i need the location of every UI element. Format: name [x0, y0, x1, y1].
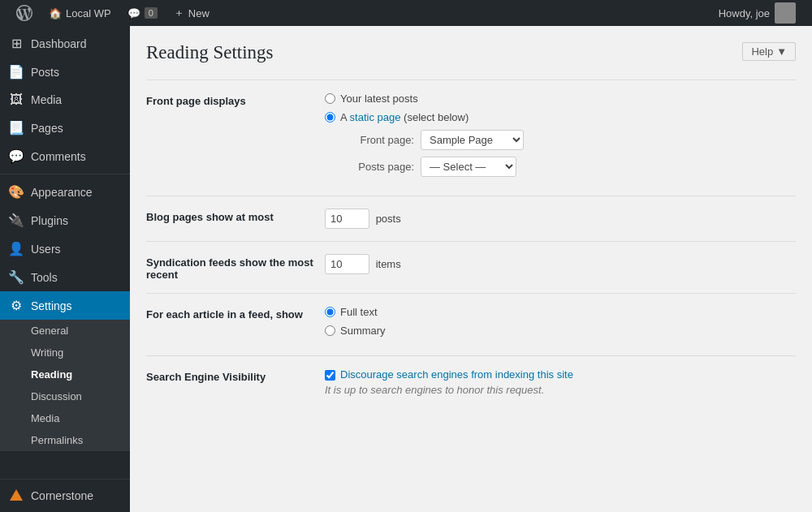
sidebar-item-users[interactable]: 👤 Users: [0, 234, 130, 263]
cornerstone-label: Cornerstone: [31, 489, 93, 502]
settings-icon: ⚙: [8, 298, 24, 313]
sidebar-label-pages: Pages: [31, 122, 63, 135]
posts-page-select[interactable]: — Select —: [421, 157, 516, 177]
help-label: Help: [751, 45, 773, 58]
submenu-item-permalinks[interactable]: Permalinks: [0, 429, 130, 451]
howdy-text: Howdy, joe: [719, 7, 770, 19]
feed-article-row: For each article in a feed, show Full te…: [146, 293, 796, 355]
settings-form: Front page displays Your latest posts A …: [146, 80, 796, 408]
sidebar-item-settings[interactable]: ⚙ Settings: [0, 291, 130, 320]
seo-checkbox-row: Discourage search engines from indexing …: [325, 368, 796, 381]
page-title: Reading Settings: [146, 42, 796, 63]
blog-pages-input[interactable]: [325, 209, 369, 229]
sidebar-label-plugins: Plugins: [31, 214, 68, 227]
search-engine-control: Discourage search engines from indexing …: [325, 368, 796, 396]
sidebar-item-comments[interactable]: 💬 Comments: [0, 142, 130, 170]
site-name-label: Local WP: [66, 7, 111, 19]
sidebar-item-pages[interactable]: 📃 Pages: [0, 114, 130, 142]
seo-checkbox[interactable]: [325, 370, 335, 381]
admin-bar: 🏠 Local WP 💬 0 ＋ New Howdy, joe: [0, 0, 812, 26]
sidebar-label-settings: Settings: [31, 299, 72, 312]
new-content-button[interactable]: ＋ New: [166, 0, 218, 26]
tools-icon: 🔧: [8, 269, 24, 285]
help-arrow-icon: ▼: [776, 45, 787, 58]
static-page-option: A static page (select below): [325, 111, 796, 123]
comments-count: 0: [145, 7, 158, 19]
sidebar-label-dashboard: Dashboard: [31, 37, 87, 50]
posts-page-select-label: Posts page:: [341, 161, 414, 173]
submenu-item-writing[interactable]: Writing: [0, 342, 130, 364]
settings-submenu: General Writing Reading Discussion Media: [0, 320, 130, 451]
main-layout: ⊞ Dashboard 📄 Posts 🖼 Media 📃 Pages: [0, 26, 812, 512]
sidebar: ⊞ Dashboard 📄 Posts 🖼 Media 📃 Pages: [0, 26, 130, 512]
static-page-radio[interactable]: [325, 112, 335, 123]
summary-label[interactable]: Summary: [340, 325, 386, 337]
sidebar-label-tools: Tools: [31, 271, 58, 284]
sidebar-label-media: Media: [31, 93, 62, 106]
submenu-item-general[interactable]: General: [0, 320, 130, 342]
submenu-label-writing: Writing: [31, 346, 63, 359]
syndication-feeds-row: Syndication feeds show the most recent i…: [146, 241, 796, 293]
help-button[interactable]: Help ▼: [742, 42, 796, 61]
summary-option: Summary: [325, 325, 796, 337]
posts-unit-label: posts: [376, 213, 401, 225]
latest-posts-radio-label[interactable]: Your latest posts: [340, 93, 418, 105]
seo-checkbox-label[interactable]: Discourage search engines from indexing …: [340, 368, 573, 381]
front-page-control: Your latest posts A static page (select …: [325, 93, 796, 183]
users-icon: 👤: [8, 241, 24, 256]
sidebar-label-users: Users: [31, 243, 61, 256]
appearance-icon: 🎨: [8, 184, 24, 200]
full-text-option: Full text: [325, 306, 796, 318]
site-name-button[interactable]: 🏠 Local WP: [41, 0, 119, 26]
submenu-item-discussion[interactable]: Discussion: [0, 385, 130, 407]
submenu-label-discussion: Discussion: [31, 390, 82, 402]
sidebar-item-appearance[interactable]: 🎨 Appearance: [0, 178, 130, 206]
comments-button[interactable]: 💬 0: [119, 0, 166, 26]
static-page-link[interactable]: static page: [350, 111, 401, 123]
submenu-label-general: General: [31, 325, 68, 337]
content-area: Reading Settings Help ▼ Front page displ…: [130, 26, 812, 512]
syndication-control: items: [325, 254, 796, 274]
static-page-radio-label[interactable]: A static page (select below): [340, 111, 469, 123]
pages-icon: 📃: [8, 120, 24, 136]
sidebar-label-comments: Comments: [31, 150, 86, 163]
front-page-displays-row: Front page displays Your latest posts A …: [146, 80, 796, 196]
submenu-item-media-settings[interactable]: Media: [0, 407, 130, 429]
sidebar-item-plugins[interactable]: 🔌 Plugins: [0, 206, 130, 234]
full-text-radio[interactable]: [325, 307, 335, 317]
new-label: New: [188, 7, 209, 19]
blog-pages-row: Blog pages show at most posts: [146, 196, 796, 241]
front-page-select-label: Front page:: [341, 134, 414, 146]
page-select-options: Front page: Sample Page Posts page: — Se…: [341, 130, 796, 177]
blog-pages-control: posts: [325, 209, 796, 229]
sidebar-item-dashboard[interactable]: ⊞ Dashboard: [0, 29, 130, 58]
latest-posts-radio[interactable]: [325, 93, 335, 104]
sidebar-item-media[interactable]: 🖼 Media: [0, 86, 130, 114]
home-icon: 🏠: [49, 7, 62, 19]
comments-icon: 💬: [127, 7, 140, 19]
items-unit-label: items: [376, 258, 401, 270]
wp-logo-icon: [16, 5, 32, 21]
wp-logo-button[interactable]: [8, 0, 41, 26]
a-label: A: [340, 111, 347, 123]
sidebar-item-tools[interactable]: 🔧 Tools: [0, 263, 130, 291]
latest-posts-option: Your latest posts: [325, 93, 796, 105]
seo-note: It is up to search engines to honor this…: [325, 384, 796, 396]
syndication-input[interactable]: [325, 254, 369, 274]
front-page-select[interactable]: Sample Page: [421, 130, 524, 150]
sidebar-item-cornerstone[interactable]: Cornerstone: [0, 479, 130, 512]
comments-sidebar-icon: 💬: [8, 148, 24, 164]
content-header: Reading Settings Help ▼: [146, 42, 796, 63]
submenu-label-media: Media: [31, 412, 59, 424]
full-text-label[interactable]: Full text: [340, 306, 378, 318]
user-menu[interactable]: Howdy, joe: [710, 2, 804, 24]
plus-icon: ＋: [174, 6, 184, 20]
media-icon: 🖼: [8, 93, 24, 107]
svg-marker-0: [10, 489, 23, 501]
posts-icon: 📄: [8, 64, 24, 80]
summary-radio[interactable]: [325, 325, 335, 336]
search-engine-label: Search Engine Visibility: [146, 368, 325, 383]
sidebar-item-posts[interactable]: 📄 Posts: [0, 58, 130, 86]
submenu-item-reading[interactable]: Reading: [0, 364, 130, 385]
sidebar-divider-1: [0, 174, 130, 174]
